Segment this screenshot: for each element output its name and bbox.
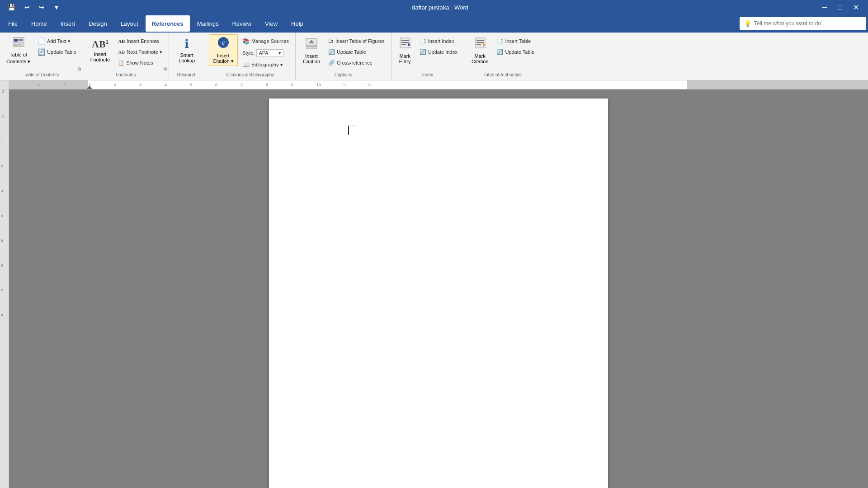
vertical-ruler: -2 -1 1 2 3 4 5 6 7 8 — [0, 89, 9, 488]
update-table-auth-button[interactable]: 🔄 Update Table — [494, 47, 537, 57]
maximize-button[interactable]: □ — [834, 3, 846, 11]
bibliography-button[interactable]: 📖 Bibliography ▾ — [240, 60, 292, 70]
insert-citation-button[interactable]: c InsertCitation ▾ — [209, 34, 238, 66]
insert-caption-button[interactable]: InsertCaption — [299, 34, 324, 66]
menu-insert[interactable]: Insert — [54, 15, 82, 32]
next-footnote-button[interactable]: AB Next Footnote ▾ — [115, 47, 165, 57]
add-text-button[interactable]: 📄 Add Text ▾ — [35, 36, 79, 46]
insert-footnote-label: InsertFootnote — [90, 52, 110, 62]
mark-entry-icon — [399, 37, 411, 52]
svg-rect-13 — [400, 38, 410, 48]
insert-caption-label: InsertCaption — [303, 53, 320, 64]
endnote-icon: AB — [118, 38, 125, 44]
citations-right-buttons: 📚 Manage Sources Style: APA ▾ 📖 Bibliogr… — [240, 34, 292, 70]
style-label: Style: — [242, 50, 255, 56]
menu-file[interactable]: File — [2, 15, 24, 32]
next-footnote-icon: AB — [118, 49, 125, 55]
manage-sources-icon: 📚 — [242, 38, 250, 45]
menu-review[interactable]: Review — [226, 15, 258, 32]
menu-mailings[interactable]: Mailings — [191, 15, 225, 32]
menu-design[interactable]: Design — [82, 15, 113, 32]
toc-icon — [12, 36, 25, 50]
insert-index-label: Insert Index — [428, 38, 454, 44]
ruler-mark-6: 6 — [215, 83, 217, 87]
menu-view[interactable]: View — [259, 15, 284, 32]
document-area: -2 -1 1 2 3 4 5 6 7 8 — [0, 89, 868, 488]
undo-icon[interactable]: ↩ — [22, 3, 32, 12]
footnotes-expand-icon[interactable]: ⧉ — [164, 66, 167, 72]
vruler-mark-5: 5 — [1, 239, 3, 243]
insert-tof-icon: 🗂 — [328, 38, 334, 44]
document-page[interactable] — [269, 99, 608, 488]
menu-home[interactable]: Home — [25, 15, 53, 32]
ribbon-group-toc: Table ofContents ▾ 📄 Add Text ▾ 🔄 Update… — [0, 33, 83, 80]
update-table-captions-button[interactable]: 🔄 Update Table — [326, 47, 387, 57]
citations-group-label: Citations & Bibliography — [226, 70, 274, 78]
ruler-mark-neg1: -1 — [62, 83, 66, 87]
update-table-auth-icon: 🔄 — [496, 49, 503, 55]
ruler-mark-5: 5 — [190, 83, 192, 87]
smart-lookup-button[interactable]: ℹ SmartLookup — [174, 34, 199, 66]
update-index-label: Update Index — [428, 49, 458, 55]
toc-label: Table ofContents ▾ — [6, 52, 30, 65]
save-icon[interactable]: 💾 — [5, 3, 18, 12]
ruler-right-margin — [687, 80, 868, 89]
redo-icon[interactable]: ↪ — [37, 3, 47, 12]
close-button[interactable]: ✕ — [849, 3, 863, 12]
menu-references[interactable]: References — [146, 15, 190, 32]
mark-citation-button[interactable]: MarkCitation — [468, 34, 492, 66]
ruler-mark-neg2: -2 — [37, 83, 41, 87]
update-table-cap-label: Update Table — [337, 49, 366, 55]
update-table-toc-button[interactable]: 🔄 Update Table — [35, 47, 79, 57]
mark-entry-button[interactable]: MarkEntry — [395, 34, 415, 66]
style-dropdown[interactable]: APA ▾ — [256, 49, 283, 57]
show-notes-label: Show Notes — [126, 60, 153, 66]
page-margin-indicator — [348, 126, 357, 135]
search-input[interactable] — [754, 20, 862, 27]
vruler-mark-6: 6 — [1, 263, 3, 267]
manage-sources-button[interactable]: 📚 Manage Sources — [240, 36, 292, 46]
manage-sources-label: Manage Sources — [251, 38, 289, 44]
cross-ref-label: Cross-reference — [337, 60, 373, 66]
vruler-mark-8: 8 — [1, 313, 3, 317]
toc-expand-icon[interactable]: ⧉ — [78, 66, 81, 72]
research-group-content: ℹ SmartLookup — [174, 34, 199, 70]
cross-reference-button[interactable]: 🔗 Cross-reference — [326, 58, 387, 68]
vruler-mark-7: 7 — [1, 288, 3, 292]
insert-endnote-button[interactable]: AB Insert Endnote — [115, 36, 165, 46]
vruler-mark-neg2: -2 — [1, 89, 4, 94]
update-index-button[interactable]: 🔄 Update Index — [417, 47, 460, 57]
insert-citation-icon: c — [217, 36, 230, 52]
authorities-group-label: Table of Authorities — [483, 70, 522, 78]
show-notes-button[interactable]: 📋 Show Notes — [115, 58, 165, 68]
captions-group-content: InsertCaption 🗂 Insert Table of Figures … — [299, 34, 387, 70]
menu-help[interactable]: Help — [285, 15, 310, 32]
insert-table-of-figures-button[interactable]: 🗂 Insert Table of Figures — [326, 36, 387, 46]
ruler-tab-handle[interactable] — [87, 85, 92, 89]
minimize-button[interactable]: ─ — [818, 3, 830, 11]
ruler-left-margin — [9, 80, 88, 89]
svg-rect-18 — [475, 38, 485, 48]
footnotes-group-label: Footnotes — [116, 70, 136, 78]
menu-layout[interactable]: Layout — [114, 15, 145, 32]
smart-lookup-icon: ℹ — [184, 37, 189, 51]
insert-footnote-button[interactable]: AB1 InsertFootnote — [87, 34, 113, 66]
ruler-corner — [0, 80, 9, 89]
cross-ref-icon: 🔗 — [328, 60, 335, 66]
style-select[interactable]: Style: APA ▾ — [240, 48, 292, 58]
insert-table-auth-button[interactable]: 📑 Insert Table — [494, 36, 537, 46]
ruler-mark-7: 7 — [241, 83, 243, 87]
search-box[interactable]: 💡 — [740, 17, 866, 30]
next-footnote-label: Next Footnote ▾ — [127, 49, 162, 55]
insert-table-auth-label: Insert Table — [505, 38, 531, 44]
customize-icon[interactable]: ▼ — [51, 3, 62, 12]
authorities-group-content: MarkCitation 📑 Insert Table 🔄 Update Tab… — [468, 34, 537, 70]
ruler-mark-11: 11 — [342, 83, 346, 87]
table-of-contents-button[interactable]: Table ofContents ▾ — [4, 34, 33, 66]
ribbon-group-captions: InsertCaption 🗂 Insert Table of Figures … — [296, 33, 392, 80]
show-notes-icon: 📋 — [118, 60, 124, 66]
ruler-mark-12: 12 — [367, 83, 372, 87]
title-bar-left: 💾 ↩ ↪ ▼ — [5, 3, 62, 12]
smart-lookup-label: SmartLookup — [179, 52, 195, 63]
insert-index-button[interactable]: 📑 Insert Index — [417, 36, 460, 46]
